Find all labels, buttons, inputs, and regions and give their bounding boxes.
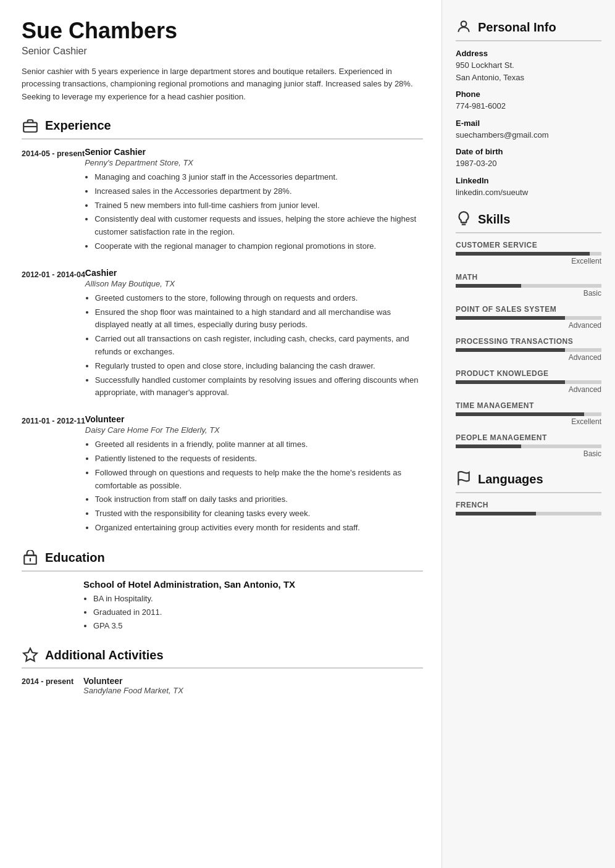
add-title-1: Volunteer [83, 676, 423, 686]
linkedin-label: LinkedIn [456, 176, 601, 185]
experience-icon [22, 117, 39, 135]
skill-name: PROCESSING TRANSACTIONS [456, 337, 601, 346]
skill-item: PRODUCT KNOWLEDGE Advanced [456, 369, 601, 394]
bullet-item: Organized entertaining group activities … [95, 522, 423, 535]
phone-label: Phone [456, 90, 601, 99]
skill-bar-fill [456, 348, 565, 352]
skill-level: Advanced [456, 385, 601, 394]
skill-bar-bg [456, 348, 601, 352]
additional-item-1: 2014 - present Volunteer Sandylane Food … [22, 676, 423, 695]
exp-dates-1: 2014-05 - present [22, 147, 85, 254]
skill-bar-bg [456, 252, 601, 256]
bullet-item: Successfully handled customer complaints… [95, 374, 423, 400]
skill-item: PROCESSING TRANSACTIONS Advanced [456, 337, 601, 362]
skill-bar-fill [456, 412, 584, 416]
bullet-item: Increased sales in the Accessories depar… [94, 185, 423, 198]
exp-content-1: Senior Cashier Penny's Department Store,… [85, 147, 423, 254]
skill-bar-bg [456, 316, 601, 320]
bullet-item: Took instruction from staff on daily tas… [95, 493, 423, 506]
skill-bar-bg [456, 412, 601, 416]
language-name: FRENCH [456, 501, 601, 509]
skill-name: PRODUCT KNOWLEDGE [456, 369, 601, 378]
skill-bar-fill [456, 252, 590, 256]
language-bar-fill [456, 512, 536, 515]
bullet-item: Greeted customers to the store, followin… [95, 292, 423, 305]
education-icon [22, 549, 39, 567]
exp-bullets-1: Managing and coaching 3 junior staff in … [85, 171, 423, 253]
experience-item-1: 2014-05 - present Senior Cashier Penny's… [22, 147, 423, 254]
experience-heading: Experience [45, 119, 111, 133]
right-column: Personal Info Address 950 Lockhart St.Sa… [442, 0, 615, 868]
personal-info-icon [456, 19, 472, 36]
candidate-title: Senior Cashier [22, 46, 423, 57]
skill-level: Advanced [456, 321, 601, 330]
address-label: Address [456, 49, 601, 58]
add-dates-1: 2014 - present [22, 676, 83, 695]
skills-section: CUSTOMER SERVICE Excellent MATH Basic PO… [456, 241, 601, 458]
bullet-item: Carried out all transactions on cash reg… [95, 333, 423, 359]
additional-section: Additional Activities 2014 - present Vol… [22, 646, 423, 695]
skills-heading: Skills [478, 212, 510, 227]
flag-icon [456, 470, 472, 486]
education-section-header: Education [22, 549, 423, 572]
person-icon [456, 19, 472, 35]
skill-name: MATH [456, 273, 601, 282]
linkedin-value: linkedin.com/sueutw [456, 186, 601, 199]
skill-name: POINT OF SALES SYSTEM [456, 305, 601, 314]
edu-bullets: BA in Hospitality. Graduated in 2011. GP… [83, 592, 423, 633]
skill-item: CUSTOMER SERVICE Excellent [456, 241, 601, 265]
additional-heading: Additional Activities [45, 648, 164, 662]
exp-bullets-3: Greeted all residents in a friendly, pol… [85, 438, 423, 535]
resume-header: Sue Chambers Senior Cashier Senior cashi… [22, 19, 423, 104]
edu-school: School of Hotel Administration, San Anto… [83, 579, 423, 590]
edu-bullet-item: BA in Hospitality. [93, 592, 423, 606]
skill-bar-bg [456, 380, 601, 384]
svg-point-5 [461, 21, 467, 27]
skill-bar-fill [456, 380, 565, 384]
edu-bullet-item: Graduated in 2011. [93, 606, 423, 619]
additional-icon [22, 646, 39, 664]
exp-dates-3: 2011-01 - 2012-11 [22, 414, 85, 536]
exp-company-3: Daisy Care Home For The Elderly, TX [85, 425, 423, 435]
languages-section: FRENCH [456, 501, 601, 515]
bullet-item: Followed through on questions and reques… [95, 467, 423, 493]
phone-value: 774-981-6002 [456, 100, 601, 112]
skill-item: POINT OF SALES SYSTEM Advanced [456, 305, 601, 330]
candidate-name: Sue Chambers [22, 19, 423, 43]
exp-title-1: Senior Cashier [85, 147, 423, 157]
bullet-item: Ensured the shop floor was maintained to… [95, 306, 423, 332]
email-label: E-mail [456, 119, 601, 128]
skill-bar-bg [456, 444, 601, 448]
personal-info-header: Personal Info [456, 19, 601, 41]
resume-wrapper: Sue Chambers Senior Cashier Senior cashi… [0, 0, 615, 868]
additional-section-header: Additional Activities [22, 646, 423, 669]
skill-level: Basic [456, 289, 601, 298]
skill-name: PEOPLE MANAGEMENT [456, 433, 601, 442]
skill-item: TIME MANAGEMENT Excellent [456, 401, 601, 426]
skill-name: CUSTOMER SERVICE [456, 241, 601, 249]
language-item: FRENCH [456, 501, 601, 515]
bullet-item: Regularly trusted to open and close stor… [95, 360, 423, 373]
exp-title-3: Volunteer [85, 414, 423, 424]
email-value: suechambers@gmail.com [456, 129, 601, 141]
skills-icon [456, 211, 472, 228]
edu-bullet-item: GPA 3.5 [93, 619, 423, 633]
exp-dates-2: 2012-01 - 2014-04 [22, 268, 85, 401]
skill-bar-fill [456, 316, 565, 320]
address-value: 950 Lockhart St.San Antonio, Texas [456, 59, 601, 83]
bullet-item: Patiently listened to the requests of re… [95, 453, 423, 465]
exp-content-3: Volunteer Daisy Care Home For The Elderl… [85, 414, 423, 536]
languages-header: Languages [456, 470, 601, 493]
experience-item-3: 2011-01 - 2012-11 Volunteer Daisy Care H… [22, 414, 423, 536]
languages-heading: Languages [478, 472, 543, 486]
experience-section: Experience 2014-05 - present Senior Cash… [22, 117, 423, 536]
exp-company-2: Allison May Boutique, TX [85, 279, 423, 288]
bullet-item: Greeted all residents in a friendly, pol… [95, 438, 423, 451]
exp-company-1: Penny's Department Store, TX [85, 158, 423, 167]
skill-name: TIME MANAGEMENT [456, 401, 601, 410]
skill-bar-fill [456, 444, 521, 448]
bullet-item: Cooperate with the regional manager to c… [94, 240, 423, 253]
bullet-item: Consistently deal with customer requests… [94, 213, 423, 239]
briefcase-icon [22, 118, 38, 134]
skill-bar-bg [456, 284, 601, 288]
